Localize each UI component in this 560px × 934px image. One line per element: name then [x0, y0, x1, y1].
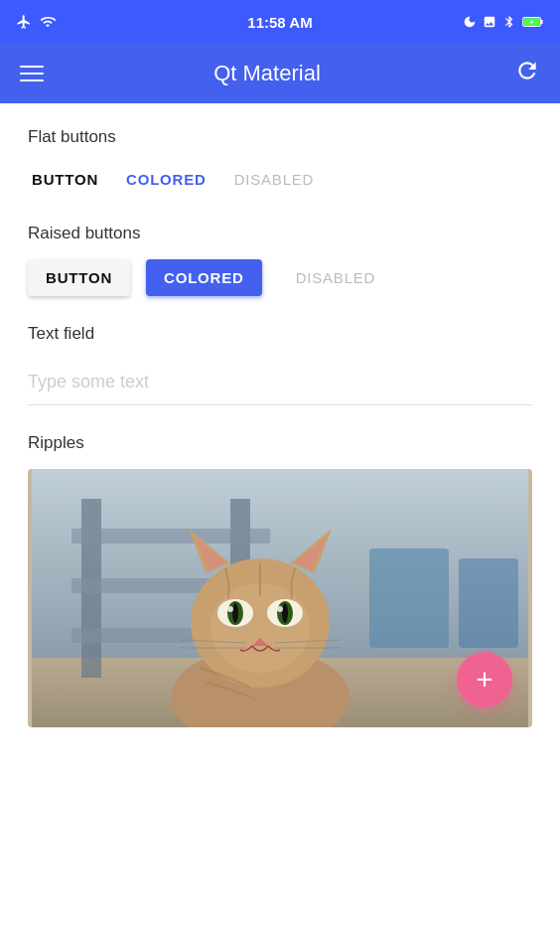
cat-image[interactable]: + [28, 469, 532, 727]
svg-point-19 [210, 583, 310, 673]
app-toolbar: Qt Material [0, 44, 560, 103]
refresh-button[interactable] [514, 58, 540, 89]
flat-buttons-section: Flat buttons BUTTON COLORED DISABLED [28, 127, 532, 196]
raised-buttons-row: BUTTON COLORED DISABLED [28, 259, 532, 296]
svg-rect-11 [369, 548, 449, 648]
battery-icon [522, 15, 544, 29]
status-left [16, 14, 56, 30]
phone-frame: 11:58 AM [0, 0, 560, 934]
fab-plus-icon: + [476, 665, 493, 695]
raised-button-colored[interactable]: COLORED [146, 259, 262, 296]
fab-button[interactable]: + [457, 652, 512, 707]
ripples-label: Ripples [28, 433, 532, 453]
bluetooth-icon [502, 15, 516, 29]
main-content: Flat buttons BUTTON COLORED DISABLED Rai… [0, 103, 560, 934]
svg-point-24 [232, 603, 238, 623]
status-time: 11:58 AM [247, 14, 312, 31]
svg-point-26 [227, 606, 233, 612]
flat-button-disabled: DISABLED [230, 163, 319, 196]
flat-buttons-row: BUTTON COLORED DISABLED [28, 163, 532, 196]
text-field-section: Text field [28, 324, 532, 405]
raised-button-disabled: DISABLED [278, 259, 394, 296]
text-field-input[interactable] [28, 360, 532, 405]
app-title: Qt Material [20, 61, 514, 86]
svg-point-25 [282, 603, 288, 623]
moon-icon [463, 15, 477, 29]
ripples-section: Ripples [28, 433, 532, 727]
raised-button-default[interactable]: BUTTON [28, 259, 130, 296]
svg-rect-1 [540, 20, 542, 24]
svg-rect-8 [71, 529, 270, 544]
cat-illustration [28, 469, 532, 727]
text-field-label: Text field [28, 324, 532, 344]
raised-buttons-label: Raised buttons [28, 224, 532, 243]
gallery-icon [483, 15, 496, 29]
flat-button-colored[interactable]: COLORED [122, 163, 210, 196]
raised-buttons-section: Raised buttons BUTTON COLORED DISABLED [28, 224, 532, 296]
svg-point-27 [277, 606, 283, 612]
status-right [463, 15, 544, 29]
status-bar: 11:58 AM [0, 0, 560, 44]
airplane-icon [16, 14, 32, 30]
flat-buttons-label: Flat buttons [28, 127, 532, 147]
wifi-icon [40, 14, 56, 30]
svg-rect-12 [459, 558, 518, 648]
flat-button-default[interactable]: BUTTON [28, 163, 102, 196]
